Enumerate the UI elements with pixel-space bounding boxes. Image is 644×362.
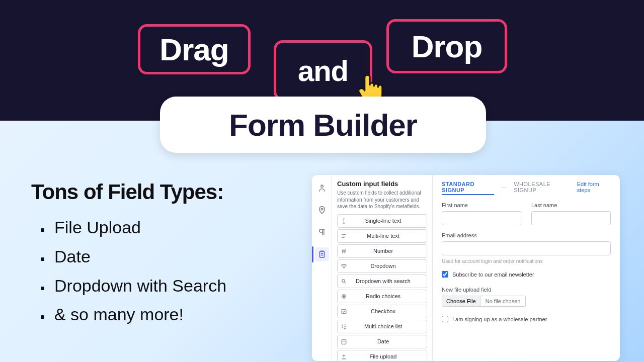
svg-rect-3 <box>342 264 346 266</box>
checkbox-icon <box>338 308 350 315</box>
tab-wholesale-signup[interactable]: WHOLESALE SIGNUP <box>514 181 570 193</box>
hero-box-drag: Drag <box>138 24 251 74</box>
no-file-text: No file chosen <box>480 298 526 304</box>
hero-pill-form-builder: Form Builder <box>160 97 486 153</box>
email-label: Email address <box>442 232 611 238</box>
field-type-label: Checkbox <box>350 308 427 314</box>
wholesale-row[interactable]: I am signing up as a wholesale partner <box>442 316 611 322</box>
field-type-number[interactable]: Number <box>337 244 427 258</box>
first-name-label: First name <box>442 202 521 208</box>
file-upload-control[interactable]: Choose File No file chosen <box>442 296 526 307</box>
field-types-block: Tons of Field Types: File Upload Date Dr… <box>31 180 303 329</box>
multiline-icon <box>338 233 350 239</box>
field-type-label: Multi-line text <box>350 233 427 239</box>
field-type-file-upload[interactable]: File upload <box>337 350 427 361</box>
field-type-label: Dropdown with search <box>350 278 427 284</box>
search-icon <box>338 278 350 285</box>
field-types-item: File Upload <box>54 213 303 242</box>
hero-text-drop: Drop <box>412 29 482 64</box>
field-types-sidebar: Custom input fields Use custom fields to… <box>332 175 433 361</box>
email-input[interactable] <box>442 241 611 255</box>
hero-box-drop: Drop <box>386 19 507 73</box>
custom-fields-title: Custom input fields <box>337 180 427 188</box>
custom-fields-desc: Use custom fields to collect additional … <box>337 190 427 210</box>
field-types-heading: Tons of Field Types: <box>31 180 303 204</box>
svg-point-4 <box>342 279 344 282</box>
svg-rect-8 <box>342 339 346 344</box>
field-type-dropdown-search[interactable]: Dropdown with search <box>337 275 427 288</box>
app-panel: Custom input fields Use custom fields to… <box>312 175 620 361</box>
first-name-input[interactable] <box>442 211 521 225</box>
field-types-item: Dropdown with Search <box>54 272 303 301</box>
field-type-multichoice[interactable]: Multi-choice list <box>337 320 427 333</box>
field-type-multi-line[interactable]: Multi-line text <box>337 229 427 243</box>
subscribe-row[interactable]: Subscribe to our email newsletter <box>442 271 611 278</box>
radio-icon <box>338 293 350 300</box>
upload-icon <box>338 353 350 360</box>
text-cursor-icon <box>338 218 350 224</box>
field-type-dropdown[interactable]: Dropdown <box>337 259 427 273</box>
side-rail <box>312 175 332 361</box>
field-type-radio[interactable]: Radio choices <box>337 290 427 303</box>
field-type-date[interactable]: Date <box>337 335 427 348</box>
field-type-label: Single-line text <box>350 218 427 224</box>
field-type-single-line[interactable]: Single-line text <box>337 214 427 228</box>
last-name-input[interactable] <box>531 211 611 225</box>
file-upload-label: New file upload field <box>442 287 611 293</box>
calendar-icon <box>338 338 350 345</box>
svg-rect-2 <box>319 251 324 257</box>
wholesale-label: I am signing up as a wholesale partner <box>452 316 547 322</box>
field-type-label: Multi-choice list <box>350 323 427 329</box>
wholesale-checkbox[interactable] <box>442 316 448 322</box>
dropdown-icon <box>338 263 350 269</box>
field-type-label: Date <box>350 338 427 344</box>
hero-text-form-builder: Form Builder <box>229 107 417 143</box>
edit-form-steps-link[interactable]: Edit form steps <box>577 181 611 193</box>
list-check-icon <box>338 323 350 330</box>
page-root: Drag and Drop Form Builder Tons of Field… <box>0 0 644 362</box>
field-type-label: Dropdown <box>350 263 427 269</box>
field-type-label: File upload <box>350 353 427 359</box>
form-preview: STANDARD SIGNUP — WHOLESALE SIGNUP Edit … <box>433 175 620 361</box>
svg-rect-7 <box>342 309 346 314</box>
svg-point-1 <box>321 208 323 210</box>
last-name-label: Last name <box>531 202 611 208</box>
location-icon[interactable] <box>315 203 329 217</box>
paragraph-icon[interactable] <box>315 225 329 239</box>
subscribe-label: Subscribe to our email newsletter <box>452 272 534 278</box>
tabs-row: STANDARD SIGNUP — WHOLESALE SIGNUP Edit … <box>442 181 611 193</box>
email-helper-text: Used for account login and order notific… <box>442 258 611 264</box>
person-icon[interactable] <box>315 181 329 195</box>
tab-separator: — <box>501 184 507 190</box>
field-type-label: Radio choices <box>350 293 427 299</box>
clipboard-icon[interactable] <box>315 247 329 261</box>
hero-text-and: and <box>298 54 348 87</box>
field-types-item: & so many more! <box>54 300 303 329</box>
field-types-item: Date <box>54 242 303 272</box>
tab-standard-signup[interactable]: STANDARD SIGNUP <box>442 181 494 193</box>
svg-point-6 <box>343 295 344 297</box>
hash-icon <box>338 248 350 254</box>
svg-point-0 <box>320 185 323 188</box>
choose-file-button[interactable]: Choose File <box>442 296 480 306</box>
hero-text-drag: Drag <box>159 32 228 67</box>
field-type-checkbox[interactable]: Checkbox <box>337 305 427 318</box>
field-type-label: Number <box>350 248 427 254</box>
field-types-list: File Upload Date Dropdown with Search & … <box>31 213 303 329</box>
subscribe-checkbox[interactable] <box>442 271 448 278</box>
